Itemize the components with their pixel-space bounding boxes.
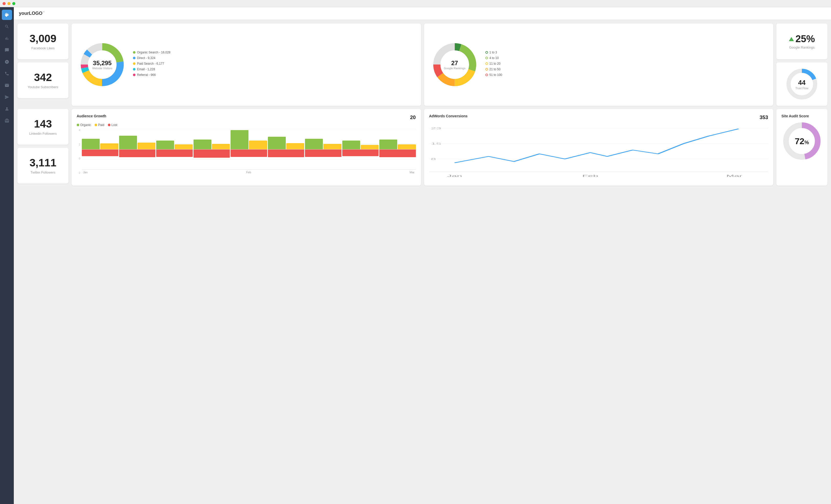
bar-group-4 [231,129,267,170]
bar-lost [379,149,416,157]
linkedin-followers-label: Linkedin Followers [29,131,57,136]
minimize-button[interactable] [7,2,10,5]
legend-organic-bar: Organic [77,123,91,127]
x-label-feb: Feb [246,171,251,174]
bar-organic [194,140,211,149]
rankings-label: Google Rankings [444,67,465,70]
maximize-button[interactable] [12,2,15,5]
bar-organic [342,141,360,149]
bar-paid [138,143,155,149]
sidebar-item-briefcase[interactable] [2,116,12,126]
legend-organic-label: Organic [80,123,91,127]
bar-group-6 [305,129,342,170]
adwords-title: AdWords Conversions [429,114,468,118]
header: yourLOGO™ [14,7,831,20]
bar-paid [100,143,118,149]
google-rank-row: 25% [789,33,815,45]
adwords-title-row: AdWords Conversions 353 [429,114,768,121]
bar-organic [156,141,174,149]
sidebar-item-target[interactable] [2,57,12,67]
bar-lost [231,149,267,157]
google-rankings-card: 27 Google Rankings 1 to 3 4 to 10 [424,24,773,106]
bar-paid [249,141,267,149]
bar-lost [119,149,156,157]
trust-flow-card: 44 Trust Flow [776,62,827,106]
main-content: yourLOGO™ 3,009 Facebook Likes 342 Youtu… [14,7,831,504]
bar-lost [268,149,305,157]
legend-referral-text: Referral - 966 [137,73,156,77]
legend-email: Email - 1,228 [133,67,171,71]
sidebar-item-analytics[interactable] [2,33,12,43]
adwords-count: 353 [760,115,768,120]
sidebar-item-chat[interactable] [2,45,12,55]
legend-email-text: Email - 1,228 [137,67,155,71]
bar-paid [175,144,193,149]
svg-text:Mar: Mar [726,174,742,177]
bar-paid [398,144,416,149]
legend-4to10: 4 to 10 [485,56,502,60]
bar-lost [194,149,230,158]
audience-title-row: Audience Growth 20 [77,114,416,121]
bar-paid [323,144,341,149]
google-rank-value: 25% [796,33,815,45]
twitter-followers-value: 3,111 [29,157,56,169]
logo-tm: ™ [42,11,45,13]
logo: yourLOGO™ [19,11,45,16]
audience-growth-card: Audience Growth 20 Organic Paid Lost [71,109,421,185]
bar-group-5 [268,129,305,170]
rankings-center: 27 Google Rankings [444,60,465,70]
bar-group-8 [379,129,416,170]
sidebar-item-mail[interactable] [2,80,12,90]
sidebar-item-palette[interactable] [2,10,12,20]
bar-organic [305,139,323,149]
legend-1to3: 1 to 3 [485,51,502,54]
dashboard: 3,009 Facebook Likes 342 Youtube Subscri… [14,20,831,189]
x-label-mar: Mar [410,171,414,174]
legend-21to50-text: 21 to 50 [489,67,500,71]
audience-legend: Organic Paid Lost [77,123,416,127]
twitter-followers-label: Twitter Followers [30,171,55,174]
close-button[interactable] [3,2,6,5]
legend-paid-bar: Paid [94,123,104,127]
sidebar-item-phone[interactable] [2,68,12,79]
google-rank-pct-card: 25% Google Rankings [776,24,827,59]
legend-51to100: 51 to 100 [485,73,502,77]
bar-organic [268,137,286,149]
audience-count: 20 [410,115,416,120]
bar-organic [119,136,137,149]
bar-lost [305,149,342,157]
legend-lost-bar: Lost [108,123,117,127]
legend-11to20-text: 11 to 20 [489,62,500,65]
bar-organic [82,139,100,149]
sidebar [0,7,14,504]
bar-lost [342,149,379,156]
svg-text:23: 23 [431,127,441,130]
legend-direct-text: Direct - 9,324 [137,56,155,60]
linkedin-followers-card: 143 Linkedin Followers [18,109,68,145]
app: yourLOGO™ 3,009 Facebook Likes 342 Youtu… [0,7,831,504]
visitors-legend: Organic Search - 16,028 Direct - 9,324 P… [133,51,171,79]
legend-organic: Organic Search - 16,028 [133,51,171,54]
legend-lost-label: Lost [111,123,117,127]
sidebar-item-user[interactable] [2,104,12,114]
sidebar-item-send[interactable] [2,92,12,102]
legend-11to20: 11 to 20 [485,62,502,65]
facebook-likes-label: Facebook Likes [31,46,54,50]
site-audit-card: Site Audit Score 72% [776,109,827,185]
youtube-subs-value: 342 [34,71,52,83]
svg-text:Jan: Jan [447,174,462,177]
legend-direct: Direct - 9,324 [133,56,171,60]
linkedin-followers-value: 143 [34,118,52,130]
bar-lost [82,149,118,156]
legend-1to3-text: 1 to 3 [489,51,497,54]
adwords-chart: 23 15 8 Jan Feb Mar [429,123,768,179]
bar-group-0 [82,129,118,170]
sidebar-item-search[interactable] [2,22,12,32]
legend-organic-text: Organic Search - 16,028 [137,51,171,54]
rankings-total: 27 [444,60,465,67]
audit-value: 72 [795,136,804,146]
bar-organic [231,130,249,149]
youtube-subs-label: Youtube Subscribers [28,85,58,89]
logo-bold: LOGO [29,11,42,16]
bar-group-3 [194,129,230,170]
